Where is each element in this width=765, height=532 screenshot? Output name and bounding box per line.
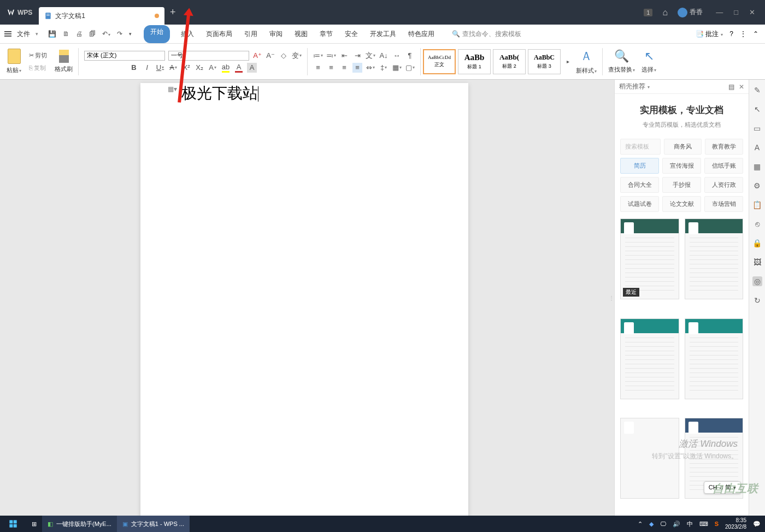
ruler-icon[interactable]: ↔ bbox=[392, 51, 402, 61]
number-list-icon[interactable]: ≕▾ bbox=[326, 51, 336, 61]
export-icon[interactable]: 🗐 bbox=[89, 30, 96, 38]
new-tab-button[interactable]: + bbox=[164, 0, 181, 25]
italic-button[interactable]: I bbox=[142, 63, 152, 73]
tray-sogou-icon[interactable]: S bbox=[715, 521, 719, 527]
tab-review[interactable]: 审阅 bbox=[268, 25, 284, 43]
style-heading3[interactable]: AaBbC标题 3 bbox=[528, 49, 561, 74]
cat-exam[interactable]: 试题试卷 bbox=[620, 196, 659, 212]
undo-icon[interactable]: ↶▾ bbox=[102, 30, 110, 38]
taskbar-app-2[interactable]: ▣文字文稿1 - WPS ... bbox=[117, 516, 190, 532]
help-icon[interactable]: ? bbox=[729, 30, 733, 38]
underline-button[interactable]: U▾ bbox=[155, 63, 165, 73]
tab-security[interactable]: 安全 bbox=[344, 25, 359, 43]
shading-icon[interactable]: ▦▾ bbox=[392, 63, 402, 73]
tray-chevron-icon[interactable]: ⌃ bbox=[638, 521, 643, 528]
bullet-list-icon[interactable]: ≔▾ bbox=[313, 51, 323, 61]
magnifier-icon[interactable]: 🔍 bbox=[614, 49, 629, 63]
rail-settings-icon[interactable]: ⚙ bbox=[752, 181, 762, 191]
comments-button[interactable]: 📑 批注 ▾ bbox=[696, 29, 723, 39]
cut-button[interactable]: ✂ 剪切 bbox=[28, 50, 48, 61]
rail-history-icon[interactable]: ↻ bbox=[752, 295, 762, 305]
cat-thesis[interactable]: 论文文献 bbox=[662, 196, 701, 212]
cat-marketing[interactable]: 市场营销 bbox=[704, 196, 743, 212]
char-shading-button[interactable]: A bbox=[247, 63, 257, 73]
chip-education[interactable]: 教育教学 bbox=[705, 139, 743, 155]
align-justify-icon[interactable]: ≡ bbox=[352, 63, 362, 73]
template-thumb[interactable] bbox=[620, 318, 679, 399]
page[interactable]: ▦▾ 极光下载站 bbox=[140, 83, 468, 516]
style-more-icon[interactable]: ▸ bbox=[563, 57, 573, 67]
tray-lang[interactable]: 中 bbox=[687, 520, 693, 528]
find-replace-button[interactable]: 查找替换▾ bbox=[608, 66, 635, 74]
cat-contract[interactable]: 合同大全 bbox=[620, 177, 659, 193]
file-menu[interactable]: 文件 bbox=[15, 29, 32, 39]
command-search[interactable]: 🔍 查找命令、搜索模板 bbox=[452, 29, 521, 39]
font-name-select[interactable] bbox=[84, 51, 165, 61]
tab-chapter[interactable]: 章节 bbox=[319, 25, 334, 43]
print-preview-icon[interactable]: 🗎 bbox=[63, 30, 69, 38]
cat-resume[interactable]: 简历 bbox=[620, 158, 659, 174]
cat-letter[interactable]: 信纸手账 bbox=[704, 158, 743, 174]
panel-title[interactable]: 稻壳推荐 ▾ bbox=[619, 82, 650, 91]
tab-start[interactable]: 开始 bbox=[144, 25, 170, 43]
wps-logo[interactable]: WPS bbox=[0, 0, 39, 25]
sort-icon[interactable]: A↓ bbox=[379, 51, 389, 61]
collapse-ribbon-icon[interactable]: ⌃ bbox=[753, 30, 758, 38]
font-color-button[interactable]: A bbox=[234, 63, 244, 73]
cat-poster[interactable]: 宣传海报 bbox=[662, 158, 701, 174]
tray-monitor-icon[interactable]: 🖵 bbox=[660, 521, 666, 527]
increase-indent-icon[interactable]: ⇥ bbox=[352, 51, 362, 61]
rail-image-icon[interactable]: 🖼 bbox=[752, 257, 762, 267]
decrease-indent-icon[interactable]: ⇤ bbox=[339, 51, 349, 61]
tab-special[interactable]: 特色应用 bbox=[407, 25, 436, 43]
strikethrough-button[interactable]: A▾ bbox=[168, 63, 178, 73]
redo-icon[interactable]: ↷ bbox=[117, 30, 122, 38]
tray-ime-icon[interactable]: ⌨ bbox=[699, 521, 708, 528]
font-size-select[interactable] bbox=[168, 51, 249, 61]
start-button[interactable] bbox=[0, 516, 26, 532]
notification-icon[interactable]: 💬 bbox=[753, 521, 761, 528]
format-brush-button[interactable]: 格式刷 bbox=[55, 65, 73, 73]
tab-view[interactable]: 视图 bbox=[293, 25, 309, 43]
rail-edit-icon[interactable]: ✎ bbox=[752, 85, 762, 95]
show-marks-icon[interactable]: ¶ bbox=[405, 51, 415, 61]
qat-more-icon[interactable]: ▾ bbox=[129, 31, 132, 37]
align-left-icon[interactable]: ≡ bbox=[313, 63, 323, 73]
chip-business[interactable]: 商务风 bbox=[664, 139, 702, 155]
tab-reference[interactable]: 引用 bbox=[243, 25, 258, 43]
template-thumb[interactable] bbox=[685, 218, 744, 299]
badge-one[interactable]: 1 bbox=[644, 9, 652, 16]
distribute-icon[interactable]: ⇔▾ bbox=[366, 63, 375, 73]
taskbar-clock[interactable]: 8:35 2023/2/8 bbox=[725, 517, 746, 530]
template-search-input[interactable]: 搜索模板 bbox=[620, 139, 661, 155]
new-style-icon[interactable]: Ａ bbox=[580, 48, 592, 64]
rail-lock-icon[interactable]: 🔒 bbox=[752, 238, 762, 248]
cat-hr[interactable]: 人资行政 bbox=[704, 177, 743, 193]
select-button[interactable]: 选择▾ bbox=[642, 66, 656, 74]
paste-button[interactable]: 粘贴▾ bbox=[7, 66, 21, 74]
cursor-icon[interactable]: ↖ bbox=[644, 49, 654, 63]
rail-clipboard-icon[interactable]: 📋 bbox=[752, 200, 762, 210]
tab-dev-tools[interactable]: 开发工具 bbox=[369, 25, 397, 43]
tray-volume-icon[interactable]: 🔊 bbox=[673, 521, 680, 528]
phonetic-icon[interactable]: 变▾ bbox=[292, 51, 302, 61]
rail-table-icon[interactable]: ▦ bbox=[752, 162, 762, 172]
subscript-button[interactable]: X₂ bbox=[195, 63, 204, 73]
document-area[interactable]: ▦▾ 极光下载站 bbox=[0, 80, 609, 516]
increase-font-icon[interactable]: A⁺ bbox=[252, 51, 262, 61]
line-spacing-icon[interactable]: ‡▾ bbox=[379, 63, 389, 73]
rail-highlight-icon[interactable]: ▭ bbox=[752, 123, 762, 133]
panel-close-icon[interactable]: ✕ bbox=[739, 83, 744, 91]
brush-icon[interactable] bbox=[59, 50, 69, 63]
clear-format-icon[interactable]: ◇ bbox=[279, 51, 289, 61]
rail-select-icon[interactable]: ↖ bbox=[752, 104, 762, 114]
tray-cube-icon[interactable]: ◆ bbox=[649, 521, 654, 528]
style-body[interactable]: AaBbCcDd正文 bbox=[423, 49, 456, 74]
pane-resize-handle[interactable]: ⋮ bbox=[609, 80, 614, 516]
maximize-button[interactable]: □ bbox=[734, 8, 738, 16]
rail-share-icon[interactable]: ⎋ bbox=[752, 219, 762, 229]
home-icon[interactable]: ⌂ bbox=[662, 8, 668, 17]
highlight-color-button[interactable]: ab bbox=[221, 63, 231, 73]
align-right-icon[interactable]: ≡ bbox=[339, 63, 349, 73]
rail-font-icon[interactable]: A bbox=[752, 143, 762, 152]
